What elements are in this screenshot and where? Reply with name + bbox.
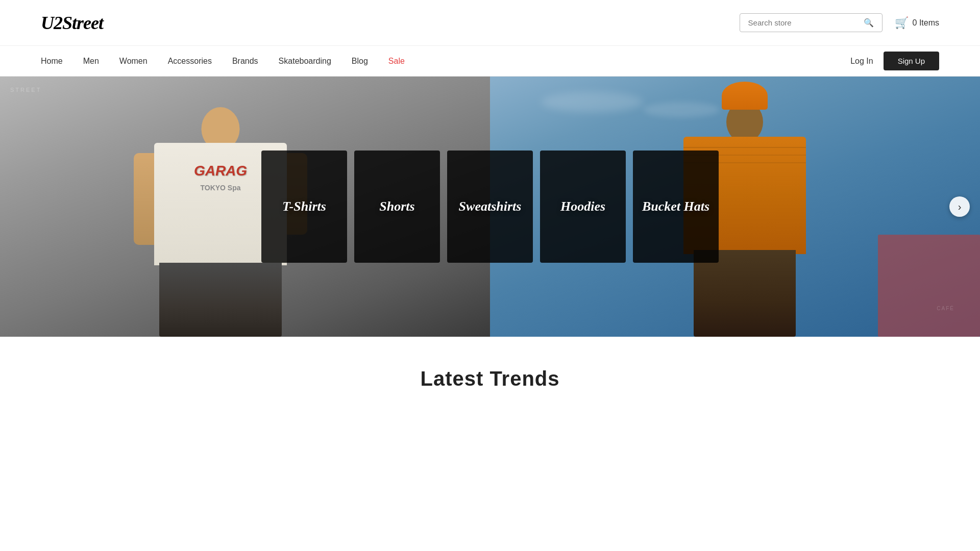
- search-bar: 🔍: [740, 13, 883, 32]
- login-button[interactable]: Log In: [850, 57, 873, 66]
- cart-area[interactable]: 🛒 0 Items: [895, 16, 939, 30]
- chevron-right-icon: ›: [958, 201, 962, 213]
- cloud-1: [541, 92, 643, 112]
- nav-item-women[interactable]: Women: [119, 55, 148, 68]
- nav-item-men[interactable]: Men: [83, 55, 99, 68]
- category-card-bucket-hats[interactable]: Bucket Hats: [633, 151, 719, 263]
- hero-banner: GARAG TOKYO Spa STREET: [0, 77, 980, 337]
- category-card-tshirts[interactable]: T-Shirts: [261, 151, 347, 263]
- shorts: [159, 263, 282, 337]
- nav-item-skateboarding[interactable]: Skateboarding: [279, 55, 331, 68]
- texture-1: [683, 147, 806, 148]
- street-decor: STREET: [10, 87, 41, 93]
- nav-item-brands[interactable]: Brands: [232, 55, 258, 68]
- nav-item-blog[interactable]: Blog: [352, 55, 368, 68]
- bucket-hat: [722, 82, 768, 110]
- header-right: 🔍 🛒 0 Items: [740, 13, 939, 32]
- logo[interactable]: U2Street: [41, 12, 103, 34]
- search-input[interactable]: [748, 18, 862, 27]
- main-nav: Home Men Women Accessories Brands Skateb…: [0, 46, 980, 77]
- nav-item-accessories[interactable]: Accessories: [168, 55, 212, 68]
- nav-auth: Log In Sign Up: [850, 52, 939, 70]
- nav-item-home[interactable]: Home: [41, 55, 63, 68]
- cart-label: 0 Items: [913, 18, 939, 28]
- bg-building: [878, 235, 980, 337]
- category-card-shorts[interactable]: Shorts: [354, 151, 440, 263]
- latest-trends-section: Latest Trends: [0, 337, 980, 411]
- latest-trends-title: Latest Trends: [41, 367, 939, 390]
- category-label-hoodies: Hoodies: [560, 199, 605, 214]
- search-icon: 🔍: [864, 18, 874, 28]
- category-card-sweatshirts[interactable]: Sweatshirts: [447, 151, 533, 263]
- category-card-hoodies[interactable]: Hoodies: [540, 151, 626, 263]
- header: U2Street 🔍 🛒 0 Items: [0, 0, 980, 46]
- category-label-sweatshirts: Sweatshirts: [459, 199, 522, 214]
- cart-icon: 🛒: [895, 16, 909, 30]
- category-cards-row: T-Shirts Shorts Sweatshirts Hoodies Buck…: [261, 151, 719, 263]
- pants: [694, 250, 796, 337]
- category-label-tshirts: T-Shirts: [282, 199, 326, 214]
- category-label-bucket-hats: Bucket Hats: [642, 199, 709, 214]
- nav-item-sale[interactable]: Sale: [388, 55, 405, 68]
- signup-button[interactable]: Sign Up: [884, 52, 939, 70]
- bg-text: CAFÉ: [937, 306, 954, 311]
- category-label-shorts: Shorts: [379, 199, 414, 214]
- carousel-next-button[interactable]: ›: [949, 196, 970, 217]
